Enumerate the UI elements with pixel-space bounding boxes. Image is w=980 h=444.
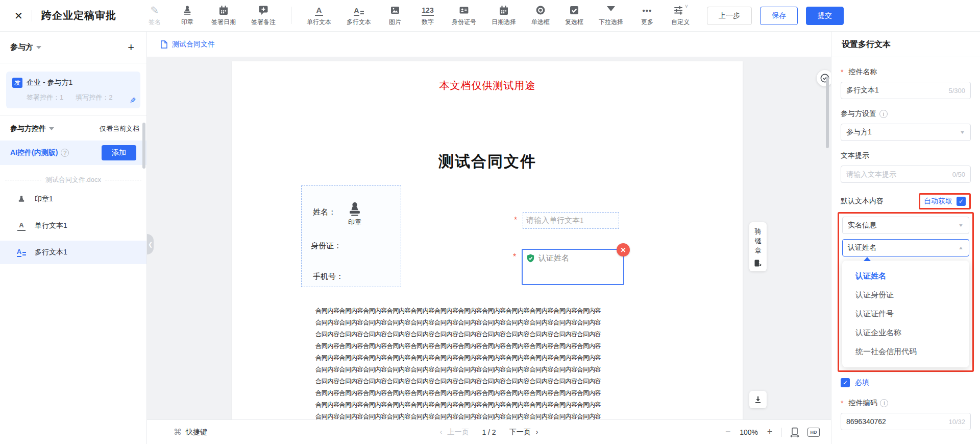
info-icon[interactable]: i <box>880 399 888 407</box>
close-icon[interactable]: ✕ <box>14 10 30 22</box>
download-icon <box>753 395 763 404</box>
tool-image[interactable]: 图片 <box>386 5 404 27</box>
text-hint-input[interactable] <box>846 170 949 178</box>
chevron-down-icon: ▼ <box>960 130 965 135</box>
control-list-item-seal[interactable]: 印章1 <box>0 188 146 211</box>
settings-panel: 设置多行文本 控件名称 5/300 参与方设置 i 参与方1 ▼ 文本提示 0/… <box>831 32 980 444</box>
tool-signature[interactable]: ✎ 签名 <box>146 5 163 27</box>
zoom-out-button[interactable]: − <box>723 427 732 437</box>
doc-body-line: 合同内容合同内容合同内容合同内容合同内容合同内容合同内容合同内容合同内容合同内容… <box>315 354 601 362</box>
save-button[interactable]: 保存 <box>760 7 798 25</box>
tool-sign-date[interactable]: 签署日期 <box>211 5 236 27</box>
ellipsis-icon: ••• <box>643 5 652 16</box>
submit-button[interactable]: 提交 <box>806 7 844 25</box>
number-123-icon: 123 <box>422 5 433 16</box>
document-icon <box>160 40 168 49</box>
tool-radio[interactable]: 单选框 <box>531 5 550 27</box>
tool-number[interactable]: 123 数字 <box>419 5 436 27</box>
shortcut-keys-button[interactable]: ⌘ 快捷键 <box>174 427 207 437</box>
sidebar-collapse-handle[interactable]: ❮ <box>147 234 154 254</box>
control-code-input[interactable] <box>846 417 945 426</box>
content-option-select[interactable]: 认证姓名 ▲ <box>842 239 969 256</box>
pagination: ‹ 上一页 1 / 2 下一页 › <box>440 428 538 437</box>
control-toolbar: ✎ 签名 印章 签署日期 签署备注 A 单行文本 <box>146 5 690 27</box>
prev-page-button[interactable]: ‹ 上一页 <box>440 428 469 437</box>
next-page-button[interactable]: 下一页 › <box>509 428 538 437</box>
add-participant-button[interactable]: + <box>128 42 134 53</box>
participant-card[interactable]: 发 企业 - 参与方1 签署控件：1 填写控件：2 ✎ <box>6 72 140 108</box>
fill-control-count: 填写控件：2 <box>76 93 112 102</box>
participant-select[interactable]: 参与方1 ▼ <box>841 124 971 141</box>
checked-checkbox-icon[interactable]: ✓ <box>841 378 850 387</box>
fit-width-icon[interactable] <box>789 427 800 438</box>
required-asterisk: * <box>514 216 517 225</box>
control-list-item-multi-line[interactable]: A 多行文本1 <box>0 241 146 264</box>
control-code-field: 10/32 <box>841 413 971 430</box>
placed-seal-control[interactable]: 印章 <box>341 200 368 227</box>
delete-control-icon[interactable]: ✕ <box>617 243 630 256</box>
participant-controls-dropdown[interactable]: 参与方控件 <box>10 124 54 133</box>
popup-arrow <box>864 257 871 261</box>
calendar-icon <box>218 5 229 16</box>
edit-pen-icon[interactable]: ✎ <box>130 96 136 105</box>
tool-more[interactable]: ••• 更多 <box>639 5 656 27</box>
download-button[interactable] <box>749 391 767 408</box>
tab-document[interactable]: 测试合同文件 <box>160 40 215 49</box>
doc-id-label: 身份证： <box>311 241 341 251</box>
required-checkbox-row[interactable]: ✓ 必填 <box>841 378 971 387</box>
paging-seal-tool[interactable]: 骑 缝 章 <box>749 222 767 271</box>
dropdown-option[interactable]: 认证企业名称 <box>842 323 969 342</box>
control-list-item-single-line[interactable]: A 单行文本1 <box>0 214 146 238</box>
dropdown-option[interactable]: 认证姓名 <box>842 267 969 286</box>
tool-checkbox[interactable]: 复选框 <box>565 5 583 27</box>
sidebar-scrollbar-thumb[interactable] <box>142 123 145 169</box>
tool-sign-note[interactable]: 签署备注 <box>251 5 276 27</box>
left-sidebar: 参与方 + 发 企业 - 参与方1 签署控件：1 填写控件：2 ✎ 参与方控件 … <box>0 32 147 444</box>
hd-quality-icon[interactable]: HD <box>807 428 820 437</box>
main-area: 测试合同文件 本文档仅供测试用途 测试合同文件 姓名： 印章 身份证： 手机号：… <box>147 32 831 444</box>
single-line-text-control[interactable]: 请输入单行文本1 <box>523 212 619 229</box>
doc-body-line: 合同内容合同内容合同内容合同内容合同内容合同内容合同内容合同内容合同内容合同内容… <box>315 318 601 327</box>
caret-down-icon <box>36 46 41 52</box>
ai-add-button[interactable]: 添加 <box>102 145 136 160</box>
auto-fetch-toggle[interactable]: 自动获取 ✓ <box>920 195 969 208</box>
divider <box>781 428 782 437</box>
zoom-in-button[interactable]: + <box>765 427 774 437</box>
prev-step-button[interactable]: 上一步 <box>707 7 752 25</box>
tool-date-picker[interactable]: 日期选择 <box>492 5 516 27</box>
tool-id-number[interactable]: 身份证号 <box>452 5 476 27</box>
ai-controls-section: AI控件(内测版) ? 添加 <box>0 141 146 165</box>
checked-checkbox-icon[interactable]: ✓ <box>957 197 966 206</box>
canvas-scrollbar-thumb[interactable] <box>826 77 829 148</box>
content-category-select[interactable]: 实名信息 ▼ <box>842 217 969 234</box>
page-title: 跨企业定稿审批 <box>41 9 116 22</box>
info-icon[interactable]: i <box>879 110 888 118</box>
document-name-separator: 测试合同文件.docx <box>5 175 141 184</box>
sender-badge: 发 <box>12 78 22 88</box>
document-page: 本文档仅供测试用途 测试合同文件 姓名： 印章 身份证： 手机号： * 请输入单… <box>232 61 743 419</box>
radio-icon <box>535 5 546 16</box>
dropdown-option[interactable]: 认证身份证 <box>842 286 969 305</box>
doc-phone-label: 手机号： <box>313 272 344 282</box>
control-name-input[interactable] <box>846 86 945 95</box>
participants-dropdown[interactable]: 参与方 <box>10 42 41 52</box>
stamp-icon <box>346 200 363 218</box>
tool-dropdown[interactable]: 下拉选择 <box>599 5 623 27</box>
zoom-level: 100% <box>740 428 758 436</box>
tool-multi-line-text[interactable]: A 多行文本 <box>347 5 371 27</box>
dropdown-option[interactable]: 统一社会信用代码 <box>842 342 969 361</box>
tool-stamp[interactable]: 印章 <box>179 5 196 27</box>
sliders-icon: ˅ <box>673 5 688 16</box>
tool-single-line-text[interactable]: A 单行文本 <box>307 5 331 27</box>
tool-custom[interactable]: ˅ 自定义 <box>671 5 690 27</box>
bottom-toolbar: ⌘ 快捷键 ‹ 上一页 1 / 2 下一页 › − 100% + <box>147 419 831 444</box>
text-hint-field: 0/50 <box>841 166 971 183</box>
annotation-box-dropdowns: 实名信息 ▼ 认证姓名 ▲ 认证姓名 认证身份证 认证证件号 认证企业名称 统一… <box>838 212 974 372</box>
text-hint-label: 文本提示 <box>841 151 971 160</box>
current-doc-filter[interactable]: 仅看当前文档 <box>100 124 139 133</box>
chevron-up-icon: ▲ <box>958 245 964 250</box>
dropdown-triangle-icon <box>607 5 615 16</box>
multi-line-text-control-selected[interactable]: 认证姓名 ✕ <box>522 249 624 285</box>
dropdown-option[interactable]: 认证证件号 <box>842 305 969 323</box>
help-question-icon[interactable]: ? <box>61 149 69 157</box>
